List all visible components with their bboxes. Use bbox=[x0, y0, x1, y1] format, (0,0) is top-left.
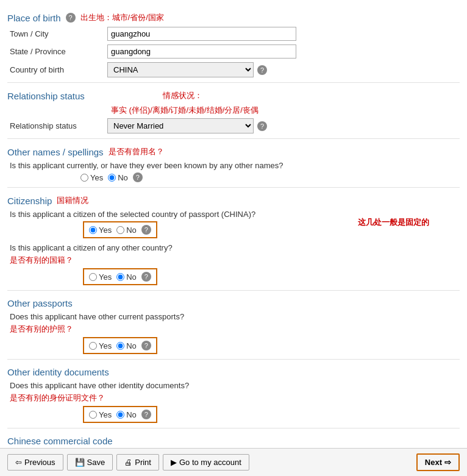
other-identity-question-cn: 是否有别的身份证明文件？ bbox=[10, 393, 460, 403]
citizenship-section-header: Citizenship 国籍情况 bbox=[7, 195, 460, 206]
other-passports-no-text: No bbox=[126, 341, 137, 350]
go-to-account-icon: ▶ bbox=[171, 458, 177, 467]
town-city-control bbox=[107, 27, 296, 41]
other-names-no-text: No bbox=[118, 173, 128, 182]
citizenship-q2-cn-text: 是否有别的国籍？ bbox=[10, 255, 460, 266]
other-names-title-cn: 是否有曾用名？ bbox=[109, 146, 164, 157]
state-province-input[interactable] bbox=[107, 44, 296, 59]
country-birth-row: Country of birth CHINA AUSTRALIA USA ? bbox=[7, 62, 460, 77]
print-icon: 🖨 bbox=[124, 458, 132, 467]
previous-button[interactable]: ⇦ Previous bbox=[7, 454, 63, 471]
citizenship-q2-no-text: No bbox=[126, 272, 137, 282]
citizenship-q1-no-radio[interactable] bbox=[116, 226, 124, 234]
other-passports-help-icon[interactable]: ? bbox=[141, 341, 151, 350]
town-city-row: Town / City bbox=[7, 27, 460, 41]
state-province-label: State / Province bbox=[10, 47, 107, 56]
citizenship-q2-no-label[interactable]: No bbox=[116, 272, 137, 282]
divider-6 bbox=[7, 428, 460, 428]
citizenship-q1-yes-text: Yes bbox=[99, 226, 112, 235]
relationship-status-control: Never Married Married De Facto Separated… bbox=[107, 118, 267, 133]
other-identity-no-text: No bbox=[126, 410, 137, 419]
citizenship-q2-row: Is this applicant a citizen of any other… bbox=[7, 243, 460, 285]
next-icon: ⇨ bbox=[444, 458, 451, 467]
relationship-status-section-header: Relationship status 情感状况： bbox=[7, 90, 460, 101]
relationship-status-title-en: Relationship status bbox=[7, 91, 85, 101]
relationship-status-row: Relationship status Never Married Marrie… bbox=[7, 118, 460, 133]
other-identity-no-radio[interactable] bbox=[116, 411, 124, 419]
country-birth-control: CHINA AUSTRALIA USA ? bbox=[107, 62, 267, 77]
go-to-account-button[interactable]: ▶ Go to my account bbox=[163, 454, 249, 471]
place-of-birth-title-en: Place of birth bbox=[7, 13, 61, 23]
other-passports-no-label[interactable]: No bbox=[116, 341, 137, 350]
previous-label: Previous bbox=[24, 458, 55, 467]
other-names-yes-label[interactable]: Yes bbox=[80, 173, 103, 182]
other-identity-no-label[interactable]: No bbox=[116, 410, 137, 419]
other-passports-question-cn: 是否有别的护照？ bbox=[10, 324, 460, 335]
go-to-account-label: Go to my account bbox=[179, 458, 241, 467]
citizenship-q2-yes-label[interactable]: Yes bbox=[89, 272, 112, 282]
other-names-section-header: Other names / spellings 是否有曾用名？ bbox=[7, 146, 460, 157]
other-passports-yes-text: Yes bbox=[99, 341, 112, 350]
bottom-left-buttons: ⇦ Previous 💾 Save 🖨 Print ▶ Go to my acc… bbox=[7, 454, 249, 471]
bottom-right-buttons: Next ⇨ bbox=[416, 453, 460, 471]
state-province-row: State / Province bbox=[7, 44, 460, 59]
print-label: Print bbox=[135, 458, 151, 467]
citizenship-q1-radio-group: Yes No ? bbox=[83, 221, 157, 238]
citizenship-q2-radio-group: Yes No ? bbox=[83, 268, 157, 285]
country-birth-label: Country of birth bbox=[10, 65, 107, 74]
other-names-yes-radio[interactable] bbox=[80, 174, 88, 182]
other-names-title-en: Other names / spellings bbox=[7, 147, 104, 157]
other-passports-yes-radio[interactable] bbox=[89, 342, 97, 350]
citizenship-q2-text: Is this applicant a citizen of any other… bbox=[10, 243, 460, 252]
country-birth-select[interactable]: CHINA AUSTRALIA USA bbox=[107, 62, 254, 77]
other-passports-question: Does this applicant have other current p… bbox=[10, 312, 460, 321]
other-passports-no-radio[interactable] bbox=[116, 342, 124, 350]
chinese-commercial-section-header: Chinese commercial code bbox=[7, 436, 460, 446]
citizenship-q2-no-radio[interactable] bbox=[116, 273, 124, 281]
other-identity-question: Does this applicant have other identity … bbox=[10, 381, 460, 390]
citizenship-annotation: 这几处一般是固定的 bbox=[358, 217, 429, 228]
citizenship-q1-yes-radio[interactable] bbox=[89, 226, 97, 234]
relationship-status-label: Relationship status bbox=[10, 121, 107, 130]
other-names-no-label[interactable]: No bbox=[108, 173, 128, 182]
citizenship-q1-no-label[interactable]: No bbox=[116, 226, 137, 235]
town-city-label: Town / City bbox=[10, 29, 107, 38]
other-identity-yes-radio[interactable] bbox=[89, 411, 97, 419]
divider-1 bbox=[7, 82, 460, 83]
divider-4 bbox=[7, 290, 460, 291]
chinese-commercial-title-en: Chinese commercial code bbox=[7, 436, 113, 446]
citizenship-q2-yes-text: Yes bbox=[99, 272, 112, 282]
place-of-birth-title-cn: 出生地：城市/省份/国家 bbox=[80, 12, 164, 23]
citizenship-title-en: Citizenship bbox=[7, 196, 52, 206]
relationship-status-cn2: 事实 (伴侣)/离婚/订婚/未婚/结婚/分居/丧偶 bbox=[111, 105, 258, 115]
save-button[interactable]: 💾 Save bbox=[67, 454, 113, 471]
other-passports-title-en: Other passports bbox=[7, 298, 73, 308]
other-names-no-radio[interactable] bbox=[108, 174, 116, 182]
save-icon: 💾 bbox=[75, 458, 85, 467]
citizenship-q2-help-icon[interactable]: ? bbox=[141, 272, 151, 282]
citizenship-q1-help-icon[interactable]: ? bbox=[141, 225, 151, 235]
other-identity-section-header: Other identity documents bbox=[7, 367, 460, 377]
print-button[interactable]: 🖨 Print bbox=[116, 454, 159, 471]
bottom-bar: ⇦ Previous 💾 Save 🖨 Print ▶ Go to my acc… bbox=[0, 448, 467, 476]
other-passports-yes-label[interactable]: Yes bbox=[89, 341, 112, 350]
relationship-status-help-icon[interactable]: ? bbox=[257, 121, 267, 131]
other-names-help-icon[interactable]: ? bbox=[133, 172, 143, 182]
previous-icon: ⇦ bbox=[15, 458, 22, 467]
next-label: Next bbox=[425, 458, 442, 467]
other-names-question: Is this applicant currently, or have the… bbox=[7, 161, 460, 170]
citizenship-q1-yes-label[interactable]: Yes bbox=[89, 226, 112, 235]
divider-3 bbox=[7, 187, 460, 188]
other-identity-help-icon[interactable]: ? bbox=[141, 410, 151, 419]
other-names-yes-text: Yes bbox=[90, 173, 103, 182]
place-of-birth-help-icon[interactable]: ? bbox=[66, 13, 76, 23]
next-button[interactable]: Next ⇨ bbox=[416, 453, 460, 471]
country-birth-help-icon[interactable]: ? bbox=[257, 65, 267, 75]
citizenship-q2-yes-radio[interactable] bbox=[89, 273, 97, 281]
other-passports-radio-group: Yes No ? bbox=[83, 337, 157, 354]
other-identity-yes-label[interactable]: Yes bbox=[89, 410, 112, 419]
state-province-control bbox=[107, 44, 296, 59]
town-city-input[interactable] bbox=[107, 27, 296, 41]
relationship-status-select[interactable]: Never Married Married De Facto Separated… bbox=[107, 118, 254, 133]
divider-2 bbox=[7, 138, 460, 139]
